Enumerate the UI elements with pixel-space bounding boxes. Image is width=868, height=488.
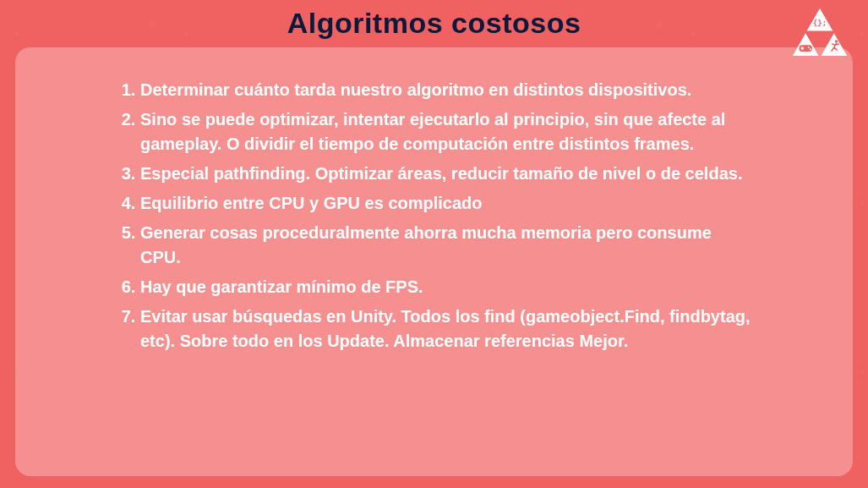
svg-point-7 <box>810 48 811 50</box>
list-item: Evitar usar búsquedas en Unity. Todos lo… <box>140 304 751 354</box>
list-item: Especial pathfinding. Optimizar áreas, r… <box>140 162 751 186</box>
list-item: Equilibrio entre CPU y GPU es complicado <box>140 191 751 216</box>
list-item: Determinar cuánto tarda nuestro algoritm… <box>140 78 751 102</box>
triforce-logo: {}; <box>790 7 849 61</box>
list-item: Hay que garantizar mínimo de FPS. <box>140 275 751 299</box>
svg-point-6 <box>808 47 810 48</box>
slide-title: Algoritmos costosos <box>0 7 868 40</box>
list-item: Sino se puede optimizar, intentar ejecut… <box>140 107 751 156</box>
content-card: Determinar cuánto tarda nuestro algoritm… <box>15 47 853 476</box>
gamepad-icon <box>800 45 812 52</box>
list-item: Generar cosas proceduralmente ahorra muc… <box>140 221 751 270</box>
code-icon: {}; <box>813 19 827 27</box>
svg-marker-1 <box>793 33 819 56</box>
svg-point-8 <box>835 40 838 43</box>
svg-rect-5 <box>801 47 805 48</box>
points-list: Determinar cuánto tarda nuestro algoritm… <box>117 78 751 354</box>
